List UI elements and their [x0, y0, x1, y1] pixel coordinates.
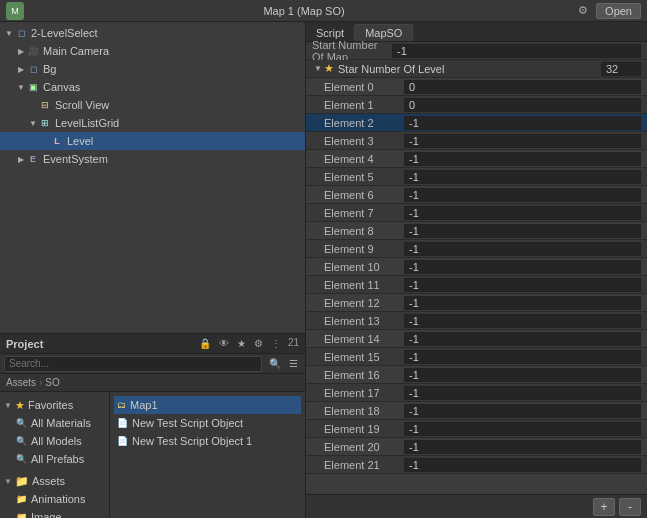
- sidebar-item-all-materials[interactable]: 🔍 All Materials: [4, 414, 105, 432]
- proj-more-btn[interactable]: ⋮: [268, 337, 284, 350]
- element-value-7[interactable]: -1: [404, 206, 641, 220]
- sidebar-asset-image[interactable]: 📁Image: [4, 508, 105, 518]
- proj-lock-btn[interactable]: 🔒: [196, 337, 214, 350]
- hierarchy-item-scroll-view[interactable]: ⊟ Scroll View: [0, 96, 305, 114]
- file-label: New Test Script Object: [132, 417, 243, 429]
- element-label: Element 3: [324, 135, 404, 147]
- element-value-10[interactable]: -1: [404, 260, 641, 274]
- hier-label: Main Camera: [43, 45, 109, 57]
- hier-icon: ◻: [14, 26, 28, 40]
- star-expand-icon[interactable]: ▼: [312, 64, 324, 73]
- element-row-12[interactable]: Element 12 -1: [306, 294, 647, 312]
- hierarchy-item-canvas[interactable]: ▼ ▣ Canvas: [0, 78, 305, 96]
- sidebar-item-all-prefabs[interactable]: 🔍 All Prefabs: [4, 450, 105, 468]
- element-row-0[interactable]: Element 0 0: [306, 78, 647, 96]
- project-title: Project: [6, 338, 196, 350]
- breadcrumb-assets[interactable]: Assets: [6, 377, 36, 388]
- proj-eye-btn[interactable]: 👁: [216, 337, 232, 350]
- element-label: Element 11: [324, 279, 404, 291]
- element-row-16[interactable]: Element 16 -1: [306, 366, 647, 384]
- element-row-1[interactable]: Element 1 0: [306, 96, 647, 114]
- element-value-1[interactable]: 0: [404, 98, 641, 112]
- element-row-6[interactable]: Element 6 -1: [306, 186, 647, 204]
- element-row-7[interactable]: Element 7 -1: [306, 204, 647, 222]
- element-row-14[interactable]: Element 14 -1: [306, 330, 647, 348]
- element-row-21[interactable]: Element 21 -1: [306, 456, 647, 474]
- element-value-2[interactable]: -1: [404, 116, 641, 130]
- element-value-0[interactable]: 0: [404, 80, 641, 94]
- element-label: Element 6: [324, 189, 404, 201]
- element-value-8[interactable]: -1: [404, 224, 641, 238]
- elements-list: Element 0 0 Element 1 0 Element 2 -1 Ele…: [306, 78, 647, 494]
- assets-triangle: ▼: [4, 477, 12, 486]
- hierarchy-item-2-levelselect[interactable]: ▼ ◻ 2-LevelSelect: [0, 24, 305, 42]
- element-row-10[interactable]: Element 10 -1: [306, 258, 647, 276]
- hierarchy-item-eventsystem[interactable]: ▶ E EventSystem: [0, 150, 305, 168]
- proj-gear-btn[interactable]: ⚙: [251, 337, 266, 350]
- start-number-value[interactable]: -1: [392, 44, 641, 58]
- open-button[interactable]: Open: [596, 3, 641, 19]
- element-row-17[interactable]: Element 17 -1: [306, 384, 647, 402]
- element-value-21[interactable]: -1: [404, 458, 641, 472]
- element-row-2[interactable]: Element 2 -1: [306, 114, 647, 132]
- element-value-9[interactable]: -1: [404, 242, 641, 256]
- element-value-18[interactable]: -1: [404, 404, 641, 418]
- element-label: Element 7: [324, 207, 404, 219]
- view-toggle-btn[interactable]: ☰: [286, 357, 301, 370]
- element-value-4[interactable]: -1: [404, 152, 641, 166]
- element-row-13[interactable]: Element 13 -1: [306, 312, 647, 330]
- element-value-5[interactable]: -1: [404, 170, 641, 184]
- project-search-bar: 🔍 ☰: [0, 354, 305, 374]
- element-value-14[interactable]: -1: [404, 332, 641, 346]
- expand-icon: ▼: [16, 83, 26, 92]
- settings-icon[interactable]: ⚙: [578, 4, 588, 17]
- star-section-value[interactable]: 32: [601, 62, 641, 76]
- file-item-new-test-script-object[interactable]: 📄New Test Script Object: [114, 414, 301, 432]
- hierarchy-item-bg[interactable]: ▶ ◻ Bg: [0, 60, 305, 78]
- element-value-13[interactable]: -1: [404, 314, 641, 328]
- element-row-18[interactable]: Element 18 -1: [306, 402, 647, 420]
- element-label: Element 17: [324, 387, 404, 399]
- element-row-9[interactable]: Element 9 -1: [306, 240, 647, 258]
- element-value-12[interactable]: -1: [404, 296, 641, 310]
- element-value-11[interactable]: -1: [404, 278, 641, 292]
- file-label: New Test Script Object 1: [132, 435, 252, 447]
- file-item-map1[interactable]: 🗂Map1: [114, 396, 301, 414]
- file-item-new-test-script-object-1[interactable]: 📄New Test Script Object 1: [114, 432, 301, 450]
- file-icon: 📄: [117, 436, 128, 446]
- sidebar-asset-animations[interactable]: 📁Animations: [4, 490, 105, 508]
- element-value-16[interactable]: -1: [404, 368, 641, 382]
- hier-label: EventSystem: [43, 153, 108, 165]
- element-value-3[interactable]: -1: [404, 134, 641, 148]
- element-value-17[interactable]: -1: [404, 386, 641, 400]
- element-label: Element 13: [324, 315, 404, 327]
- element-row-20[interactable]: Element 20 -1: [306, 438, 647, 456]
- element-row-8[interactable]: Element 8 -1: [306, 222, 647, 240]
- element-label: Element 12: [324, 297, 404, 309]
- proj-star-btn[interactable]: ★: [234, 337, 249, 350]
- hierarchy-item-levellistgrid[interactable]: ▼ ⊞ LevelListGrid: [0, 114, 305, 132]
- sidebar-item-all-models[interactable]: 🔍 All Models: [4, 432, 105, 450]
- element-row-5[interactable]: Element 5 -1: [306, 168, 647, 186]
- element-row-11[interactable]: Element 11 -1: [306, 276, 647, 294]
- element-value-19[interactable]: -1: [404, 422, 641, 436]
- element-row-3[interactable]: Element 3 -1: [306, 132, 647, 150]
- project-search-input[interactable]: [4, 356, 262, 372]
- hier-icon: L: [50, 134, 64, 148]
- remove-element-button[interactable]: -: [619, 498, 641, 516]
- element-row-19[interactable]: Element 19 -1: [306, 420, 647, 438]
- element-value-6[interactable]: -1: [404, 188, 641, 202]
- favorites-header[interactable]: ▼ ★ Favorites: [4, 396, 105, 414]
- hier-icon: ◻: [26, 62, 40, 76]
- element-row-15[interactable]: Element 15 -1: [306, 348, 647, 366]
- search-btn[interactable]: 🔍: [266, 357, 284, 370]
- element-row-4[interactable]: Element 4 -1: [306, 150, 647, 168]
- element-value-15[interactable]: -1: [404, 350, 641, 364]
- hierarchy-item-main-camera[interactable]: ▶ 🎥 Main Camera: [0, 42, 305, 60]
- breadcrumb-so[interactable]: SO: [45, 377, 59, 388]
- add-element-button[interactable]: +: [593, 498, 615, 516]
- assets-header[interactable]: ▼ 📁 Assets: [4, 472, 105, 490]
- hierarchy-item-level[interactable]: L Level: [0, 132, 305, 150]
- element-value-20[interactable]: -1: [404, 440, 641, 454]
- hier-icon: E: [26, 152, 40, 166]
